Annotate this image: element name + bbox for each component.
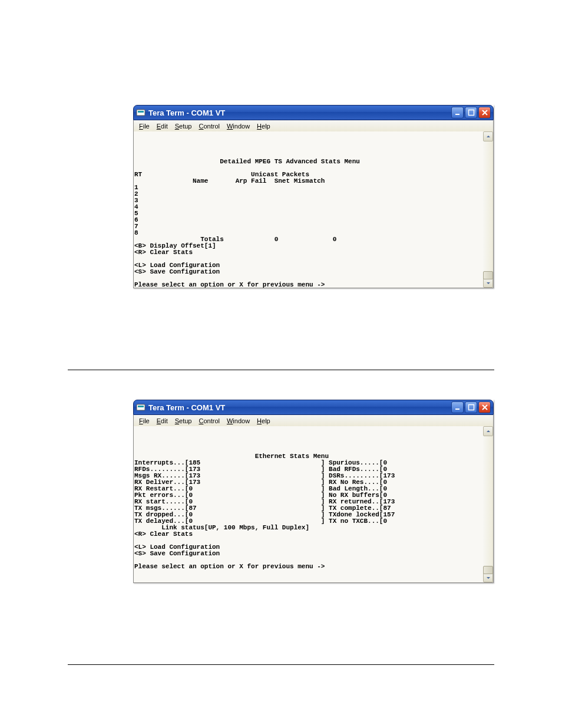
menu-bar: File Edit Setup Control Window Help — [133, 415, 494, 426]
menu-edit[interactable]: Edit — [153, 123, 171, 130]
scroll-up-button[interactable] — [483, 426, 493, 436]
client-area: Detailed MPEG TS Advanced Stats Menu RT … — [133, 131, 494, 288]
scroll-thumb[interactable] — [483, 566, 493, 574]
close-button[interactable] — [478, 401, 491, 413]
terminal-window: Tera Term - COM1 VT File Edit Setup Cont… — [133, 400, 494, 583]
scroll-track[interactable] — [483, 141, 493, 278]
terminal-output: Ethernet Stats Menu Interrupts...[185 ] … — [134, 426, 483, 582]
window-buttons — [451, 401, 491, 413]
scroll-thumb[interactable] — [483, 271, 493, 279]
scroll-up-button[interactable] — [483, 131, 493, 141]
maximize-button[interactable] — [465, 401, 477, 413]
window-title: Tera Term - COM1 VT — [148, 108, 451, 117]
close-button[interactable] — [478, 107, 491, 118]
maximize-button[interactable] — [465, 107, 477, 118]
svg-rect-2 — [455, 114, 459, 115]
menu-file[interactable]: File — [135, 123, 153, 130]
menu-help[interactable]: Help — [253, 123, 274, 130]
svg-rect-3 — [468, 110, 474, 116]
svg-rect-7 — [468, 405, 474, 410]
scroll-track[interactable] — [483, 436, 493, 572]
page-divider — [68, 370, 494, 370]
svg-rect-6 — [455, 409, 459, 410]
window-buttons — [451, 107, 491, 118]
app-icon — [136, 403, 146, 412]
menu-edit[interactable]: Edit — [153, 417, 171, 424]
client-area: Ethernet Stats Menu Interrupts...[185 ] … — [133, 426, 494, 583]
menu-control[interactable]: Control — [195, 123, 223, 130]
terminal-window: Tera Term - COM1 VT File Edit Setup Cont… — [133, 105, 494, 288]
vertical-scrollbar[interactable] — [483, 131, 493, 288]
menu-setup[interactable]: Setup — [171, 123, 196, 130]
svg-rect-5 — [138, 406, 144, 407]
menu-file[interactable]: File — [135, 417, 153, 424]
page-divider — [68, 664, 494, 665]
svg-rect-1 — [138, 111, 144, 113]
minimize-button[interactable] — [451, 401, 464, 413]
menu-window[interactable]: Window — [223, 123, 253, 130]
app-icon — [136, 108, 146, 117]
menu-bar: File Edit Setup Control Window Help — [133, 120, 494, 131]
terminal-output: Detailed MPEG TS Advanced Stats Menu RT … — [134, 131, 483, 288]
vertical-scrollbar[interactable] — [483, 426, 493, 582]
menu-setup[interactable]: Setup — [171, 417, 196, 424]
title-bar[interactable]: Tera Term - COM1 VT — [133, 105, 494, 120]
menu-window[interactable]: Window — [223, 417, 253, 424]
minimize-button[interactable] — [451, 107, 464, 118]
window-title: Tera Term - COM1 VT — [148, 403, 451, 412]
title-bar[interactable]: Tera Term - COM1 VT — [133, 400, 494, 415]
menu-help[interactable]: Help — [253, 417, 274, 424]
menu-control[interactable]: Control — [195, 417, 223, 424]
